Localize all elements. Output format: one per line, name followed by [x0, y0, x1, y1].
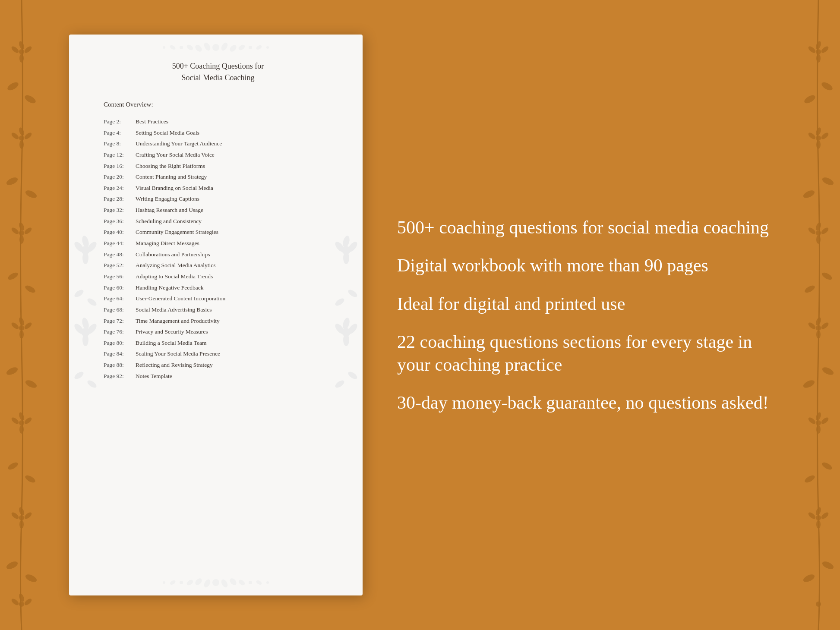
- toc-entry-title: User-Generated Content Incorporation: [136, 293, 225, 304]
- svg-point-62: [807, 227, 817, 236]
- doc-bottom-decoration: [140, 574, 291, 591]
- svg-point-87: [802, 573, 815, 584]
- toc-entry-title: Best Practices: [136, 116, 168, 127]
- svg-point-30: [23, 416, 33, 425]
- svg-point-84: [820, 511, 830, 520]
- svg-point-10: [10, 132, 20, 141]
- toc-entry-title: Visual Branding on Social Media: [136, 183, 213, 194]
- svg-point-1: [18, 41, 25, 50]
- feature-text-item: Digital workbook with more than 90 pages: [397, 254, 788, 277]
- svg-point-25: [19, 330, 24, 339]
- toc-page-number: Page 36:: [104, 216, 133, 227]
- table-row: Page 40:Community Engagement Strategies: [104, 227, 332, 238]
- svg-point-31: [10, 416, 20, 425]
- svg-point-5: [6, 81, 19, 92]
- toc-page-number: Page 44:: [104, 238, 133, 249]
- svg-point-100: [163, 46, 165, 49]
- svg-point-13: [24, 189, 38, 200]
- table-row: Page 68:Social Media Advertising Basics: [104, 304, 332, 315]
- toc-page-number: Page 8:: [104, 138, 133, 149]
- svg-point-127: [73, 370, 85, 381]
- svg-point-19: [7, 271, 19, 281]
- svg-point-95: [238, 44, 246, 51]
- svg-point-15: [18, 222, 25, 231]
- svg-point-128: [86, 379, 98, 389]
- toc-page-number: Page 72:: [104, 315, 133, 327]
- toc-entry-title: Reflecting and Revising Strategy: [136, 359, 213, 371]
- svg-point-43: [18, 593, 25, 602]
- toc-entry-title: Understanding Your Target Audience: [136, 138, 222, 149]
- document-title: 500+ Coaching Questions for Social Media…: [104, 60, 332, 84]
- toc-page-number: Page 80:: [104, 337, 133, 349]
- toc-entry-title: Notes Template: [136, 371, 172, 382]
- svg-point-65: [821, 271, 834, 281]
- toc-entry-title: Hashtag Research and Usage: [136, 205, 203, 216]
- svg-point-110: [249, 581, 252, 584]
- svg-point-78: [816, 425, 821, 434]
- svg-point-51: [820, 81, 834, 92]
- svg-point-66: [804, 284, 816, 294]
- table-row: Page 28:Writing Engaging Captions: [104, 193, 332, 205]
- table-row: Page 60:Handling Negative Feedback: [104, 282, 332, 293]
- feature-text-item: 22 coaching questions sections for every…: [397, 331, 788, 376]
- toc-page-number: Page 64:: [104, 293, 133, 304]
- svg-point-39: [19, 520, 24, 529]
- toc-entry-title: Analyzing Social Media Analytics: [136, 260, 216, 271]
- svg-point-88: [816, 602, 821, 607]
- svg-point-58: [821, 176, 834, 187]
- toc-entry-title: Community Engagement Strategies: [136, 227, 218, 238]
- svg-point-46: [816, 49, 821, 54]
- svg-point-34: [24, 474, 37, 484]
- table-row: Page 8:Understanding Your Target Audienc…: [104, 138, 332, 149]
- svg-point-49: [820, 45, 830, 54]
- svg-point-142: [334, 379, 346, 389]
- svg-point-9: [23, 132, 33, 141]
- table-row: Page 64:User-Generated Content Incorpora…: [104, 293, 332, 304]
- svg-point-42: [19, 602, 24, 607]
- toc-entry-title: Choosing the Right Platforms: [136, 161, 205, 172]
- svg-point-18: [19, 235, 24, 244]
- table-row: Page 16:Choosing the Right Platforms: [104, 161, 332, 172]
- svg-point-8: [18, 127, 25, 136]
- table-row: Page 48:Collaborations and Partnerships: [104, 249, 332, 260]
- svg-point-107: [186, 579, 194, 586]
- toc-page-number: Page 24:: [104, 183, 133, 194]
- svg-point-140: [343, 334, 349, 346]
- svg-point-29: [18, 412, 25, 421]
- svg-point-68: [815, 317, 822, 326]
- svg-point-69: [807, 321, 817, 331]
- svg-point-47: [815, 41, 822, 50]
- table-row: Page 12:Crafting Your Social Media Voice: [104, 149, 332, 161]
- floral-left-decoration: [0, 0, 43, 630]
- svg-point-32: [19, 425, 24, 434]
- svg-point-114: [266, 581, 269, 584]
- toc-page-number: Page 2:: [104, 116, 133, 127]
- table-row: Page 92:Notes Template: [104, 371, 332, 382]
- toc-entry-title: Managing Direct Messages: [136, 238, 199, 249]
- svg-point-99: [256, 44, 262, 50]
- svg-point-48: [807, 45, 817, 54]
- svg-point-119: [82, 252, 88, 264]
- svg-point-61: [815, 222, 822, 231]
- table-row: Page 80:Building a Social Media Team: [104, 337, 332, 349]
- toc-page-number: Page 76:: [104, 326, 133, 337]
- svg-point-22: [18, 317, 25, 326]
- svg-point-6: [23, 94, 37, 105]
- toc-page-number: Page 68:: [104, 304, 133, 315]
- svg-point-130: [342, 235, 351, 249]
- svg-point-104: [220, 578, 229, 588]
- toc-entry-title: Scaling Your Social Media Presence: [136, 348, 220, 359]
- svg-point-26: [5, 366, 19, 377]
- svg-point-90: [203, 41, 212, 51]
- toc-page-number: Page 60:: [104, 282, 133, 293]
- svg-point-57: [816, 140, 821, 149]
- table-row: Page 76:Privacy and Security Measures: [104, 326, 332, 337]
- table-row: Page 2:Best Practices: [104, 116, 332, 127]
- svg-point-83: [807, 511, 817, 520]
- toc-page-number: Page 12:: [104, 149, 133, 161]
- svg-point-133: [343, 252, 349, 264]
- table-row: Page 24:Visual Branding on Social Media: [104, 183, 332, 194]
- table-row: Page 52:Analyzing Social Media Analytics: [104, 260, 332, 271]
- toc-entry-title: Content Planning and Strategy: [136, 171, 207, 183]
- toc-entry-title: Adapting to Social Media Trends: [136, 271, 213, 282]
